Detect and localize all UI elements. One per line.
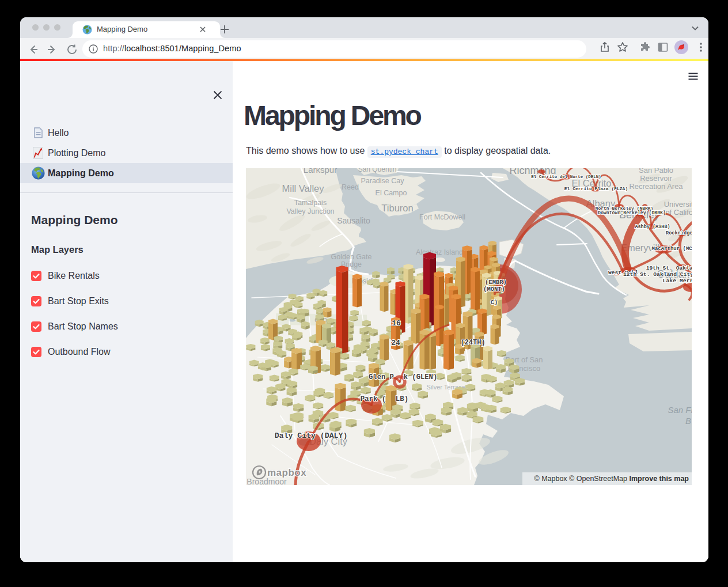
svg-text:Park (: Park ( xyxy=(361,395,386,403)
svg-text:Recreation Area: Recreation Area xyxy=(629,182,683,191)
svg-text:Fort McDowell: Fort McDowell xyxy=(419,213,465,221)
svg-text:Larkspur: Larkspur xyxy=(304,168,337,175)
svg-text:Lake Merr: Lake Merr xyxy=(663,278,692,284)
svg-text:MacArthur (MCAR: MacArthur (MCAR xyxy=(651,246,692,252)
svg-text:12th St. Oakland City: 12th St. Oakland City xyxy=(623,271,692,278)
svg-text:Reservoir: Reservoir xyxy=(640,174,672,183)
svg-text:Golden Gate: Golden Gate xyxy=(331,253,372,261)
svg-text:El Cerrito Plaza (PLZA): El Cerrito Plaza (PLZA) xyxy=(564,186,628,191)
svg-text:k (GLEN): k (GLEN) xyxy=(404,373,438,381)
svg-text:19th St. Oaklan: 19th St. Oaklan xyxy=(646,265,692,271)
svg-text:San Fr: San Fr xyxy=(668,405,692,415)
svg-text:El Campo: El Campo xyxy=(376,189,407,197)
svg-text:San Quentin: San Quentin xyxy=(358,168,397,173)
svg-text:Tamalpais: Tamalpais xyxy=(294,199,327,207)
svg-text:(MONT): (MONT) xyxy=(483,286,505,293)
svg-text:Ashby (ASHB): Ashby (ASHB) xyxy=(635,224,670,230)
svg-text:mapbox: mapbox xyxy=(267,467,306,478)
svg-text:El Cerrito del Norte (DELN): El Cerrito del Norte (DELN) xyxy=(531,175,601,179)
svg-text:(24TH): (24TH) xyxy=(460,339,485,347)
svg-text:B: B xyxy=(685,416,691,426)
svg-text:Glen P: Glen P xyxy=(369,373,394,381)
svg-text:Valley Junction: Valley Junction xyxy=(286,207,334,215)
svg-text:Mill Valley: Mill Valley xyxy=(282,183,324,194)
svg-text:16: 16 xyxy=(392,319,401,328)
svg-text:C): C) xyxy=(491,299,498,306)
svg-text:Tiburon: Tiburon xyxy=(381,203,413,213)
svg-text:Reed: Reed xyxy=(342,183,359,191)
svg-text:Broadmoor: Broadmoor xyxy=(247,477,287,485)
svg-text:© Mapbox © OpenStreetMap Impro: © Mapbox © OpenStreetMap Improve this ma… xyxy=(534,475,689,483)
svg-text:LB): LB) xyxy=(396,395,408,403)
svg-text:24: 24 xyxy=(391,339,400,347)
svg-text:Universit: Universit xyxy=(664,200,692,209)
svg-text:Alcatraz Island: Alcatraz Island xyxy=(416,248,463,256)
svg-text:Paradise Cay: Paradise Cay xyxy=(361,177,404,185)
svg-text:(EMBR): (EMBR) xyxy=(485,279,507,286)
svg-text:Downtown Berkeley (DBRK): Downtown Berkeley (DBRK) xyxy=(598,210,666,215)
svg-text:Rockridge (R: Rockridge (R xyxy=(666,230,692,236)
svg-text:Sausalito: Sausalito xyxy=(337,216,370,225)
svg-text:Daly City (DALY): Daly City (DALY) xyxy=(275,431,348,440)
